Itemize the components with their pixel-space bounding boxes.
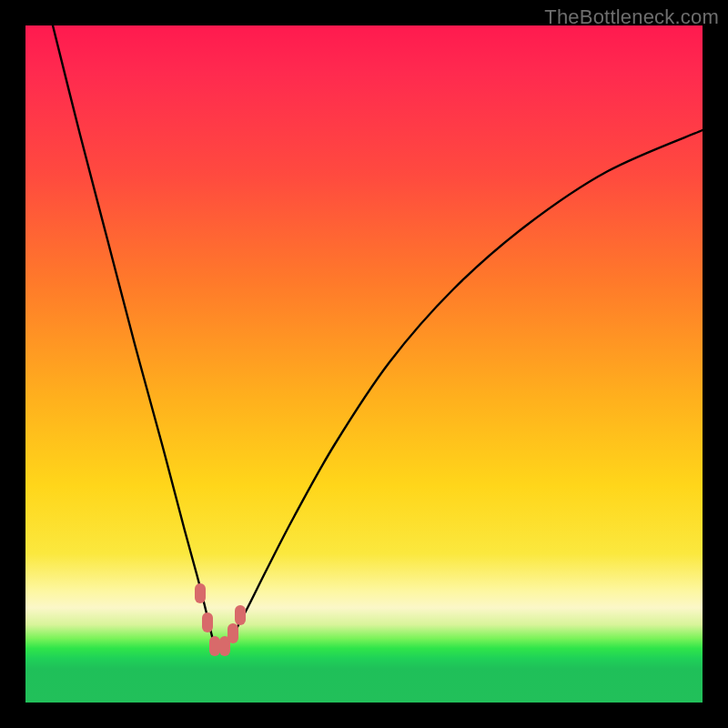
chart-frame: TheBottleneck.com xyxy=(0,0,728,728)
plot-area xyxy=(25,25,703,703)
marker-trough-left xyxy=(209,636,220,656)
marker-right-arm-upper xyxy=(228,623,238,643)
bottleneck-curve-path xyxy=(53,25,703,649)
marker-left-arm-lower xyxy=(195,583,206,603)
marker-left-arm-upper xyxy=(202,612,213,632)
watermark-text: TheBottleneck.com xyxy=(544,5,719,29)
curve-svg xyxy=(25,25,703,703)
marker-group xyxy=(195,583,246,656)
marker-right-arm-lower xyxy=(235,605,246,625)
